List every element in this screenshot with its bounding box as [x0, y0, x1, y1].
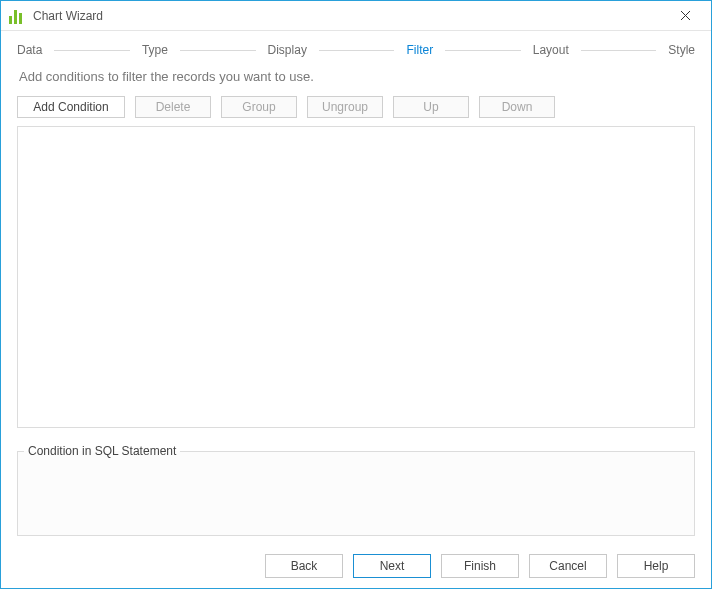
back-button[interactable]: Back [265, 554, 343, 578]
add-condition-button[interactable]: Add Condition [17, 96, 125, 118]
chart-wizard-icon [9, 8, 25, 24]
finish-button[interactable]: Finish [441, 554, 519, 578]
content-area: Data Type Display Filter Layout Style Ad… [1, 31, 711, 588]
ungroup-button[interactable]: Ungroup [307, 96, 383, 118]
step-data[interactable]: Data [15, 43, 44, 57]
delete-button[interactable]: Delete [135, 96, 211, 118]
step-style[interactable]: Style [666, 43, 697, 57]
close-icon [680, 10, 691, 21]
window-title: Chart Wizard [33, 9, 103, 23]
cancel-button[interactable]: Cancel [529, 554, 607, 578]
up-button[interactable]: Up [393, 96, 469, 118]
help-button[interactable]: Help [617, 554, 695, 578]
step-separator [54, 50, 130, 51]
step-filter[interactable]: Filter [404, 43, 435, 57]
step-display[interactable]: Display [266, 43, 309, 57]
sql-statement-legend: Condition in SQL Statement [24, 444, 180, 458]
step-separator [445, 50, 521, 51]
sql-statement-group: Condition in SQL Statement [17, 444, 695, 536]
instruction-text: Add conditions to filter the records you… [13, 65, 699, 96]
step-separator [581, 50, 657, 51]
conditions-toolbar: Add Condition Delete Group Ungroup Up Do… [13, 96, 699, 124]
titlebar: Chart Wizard [1, 1, 711, 31]
close-button[interactable] [667, 2, 703, 30]
chart-wizard-window: Chart Wizard Data Type Display Filter La… [0, 0, 712, 589]
group-button[interactable]: Group [221, 96, 297, 118]
next-button[interactable]: Next [353, 554, 431, 578]
wizard-steps: Data Type Display Filter Layout Style [13, 31, 699, 65]
wizard-nav-buttons: Back Next Finish Cancel Help [13, 536, 699, 578]
step-separator [319, 50, 395, 51]
conditions-list[interactable] [17, 126, 695, 428]
step-separator [180, 50, 256, 51]
step-layout[interactable]: Layout [531, 43, 571, 57]
down-button[interactable]: Down [479, 96, 555, 118]
step-type[interactable]: Type [140, 43, 170, 57]
